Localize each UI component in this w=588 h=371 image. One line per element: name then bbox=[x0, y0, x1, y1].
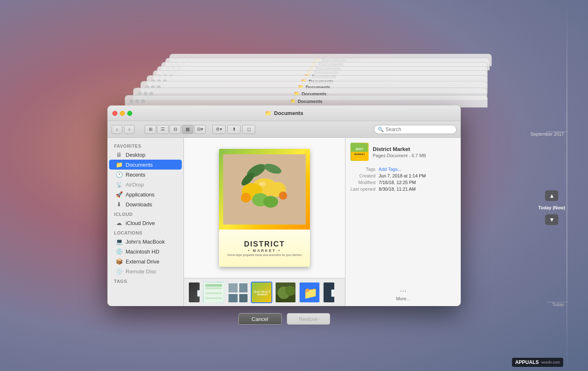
sidebar-item-johns-macbook[interactable]: 💻 John's MacBook bbox=[109, 237, 182, 247]
back-icon: ‹ bbox=[116, 127, 118, 132]
preview-title: DISTRICT bbox=[244, 240, 285, 249]
johns-macbook-icon: 💻 bbox=[116, 238, 122, 245]
svg-point-27 bbox=[285, 286, 295, 296]
sidebar-label-remote-disc: Remote Disc bbox=[126, 268, 156, 275]
tag-icon: ◻ bbox=[247, 127, 251, 132]
thumbnail-photo[interactable] bbox=[275, 282, 296, 303]
sidebar-item-macintosh-hd[interactable]: 💿 Macintosh HD bbox=[109, 247, 182, 256]
bottom-bar: Cancel Restore bbox=[107, 308, 461, 330]
macintosh-hd-icon: 💿 bbox=[116, 248, 122, 255]
thumbnail-dark[interactable]: 📄 bbox=[323, 282, 335, 303]
tags-header: Tags bbox=[107, 276, 183, 285]
maximize-button[interactable] bbox=[127, 111, 132, 116]
gear-icon: ⚙▾ bbox=[216, 127, 222, 132]
thumbnail-market[interactable]: DISTRICT MARKET bbox=[251, 282, 272, 303]
share-button[interactable]: ⬆ bbox=[227, 125, 240, 134]
more-dots-icon: ··· bbox=[400, 286, 407, 295]
preview-image: DISTRICT • MARKET • Home-style prepared … bbox=[219, 149, 310, 267]
sidebar-item-recents[interactable]: 🕐 Recents bbox=[109, 170, 182, 180]
today-now-section: ▲ Today (Now) ▼ bbox=[538, 190, 565, 225]
timeline-bar bbox=[567, 0, 567, 371]
more-button[interactable]: ··· More... bbox=[350, 286, 456, 301]
created-value: Jun 7, 2018 at 1:14 PM bbox=[379, 173, 456, 178]
view-group-button[interactable]: ⊟▾ bbox=[194, 125, 206, 134]
view-cover-button[interactable]: ▦ bbox=[182, 125, 193, 134]
svg-rect-14 bbox=[205, 287, 222, 289]
thumbnail-spreadsheet[interactable] bbox=[203, 282, 224, 303]
stacked-window-title-9: 📁 Documents bbox=[125, 96, 487, 104]
forward-button[interactable]: › bbox=[124, 125, 135, 134]
sidebar-item-icloud-drive[interactable]: ☁ iCloud Drive bbox=[109, 218, 182, 228]
view-column-icon: ⊟ bbox=[174, 127, 177, 132]
desktop-icon: 🖥 bbox=[116, 151, 122, 158]
file-thumbnail: DIST MARKET bbox=[350, 143, 369, 161]
title-folder-icon: 📁 bbox=[265, 110, 271, 116]
search-input[interactable] bbox=[386, 127, 453, 132]
view-buttons: ⊞ ☰ ⊟ ▦ ⊟▾ bbox=[145, 125, 206, 134]
sidebar-item-external-drive[interactable]: 📦 External Drive bbox=[109, 256, 182, 266]
view-column-button[interactable]: ⊟ bbox=[169, 125, 181, 134]
today-now-label: Today (Now) bbox=[538, 205, 565, 210]
thumbnail-partial[interactable]: 📄 bbox=[188, 282, 200, 303]
thumbnail-photo-grid[interactable] bbox=[227, 282, 248, 303]
close-button[interactable] bbox=[112, 111, 117, 116]
search-icon: 🔍 bbox=[378, 127, 384, 132]
sidebar-label-documents: Documents bbox=[126, 162, 153, 168]
back-button[interactable]: ‹ bbox=[112, 125, 122, 134]
sidebar-label-icloud-drive: iCloud Drive bbox=[126, 220, 155, 226]
svg-point-11 bbox=[259, 182, 266, 186]
search-box[interactable]: 🔍 bbox=[374, 125, 457, 134]
sidebar-label-recents: Recents bbox=[126, 172, 145, 178]
watermark: APPUALS wsxdn.com bbox=[512, 358, 563, 367]
watermark-sub: wsxdn.com bbox=[541, 360, 560, 364]
add-tags-value[interactable]: Add Tags... bbox=[379, 167, 456, 172]
remote-disc-icon: 💿 bbox=[116, 268, 122, 275]
thumbnail-folder[interactable]: 📁 bbox=[299, 282, 320, 303]
svg-point-9 bbox=[241, 193, 251, 203]
action-button[interactable]: ⚙▾ bbox=[212, 125, 226, 134]
svg-rect-20 bbox=[229, 283, 238, 292]
view-cover-icon: ▦ bbox=[186, 127, 190, 132]
file-info-panel: DIST MARKET District Market Pages Docume… bbox=[345, 138, 461, 306]
cancel-button[interactable]: Cancel bbox=[238, 313, 282, 325]
file-title-info: District Market Pages Document - 6.7 MB bbox=[373, 146, 456, 158]
window-title: 📁 Documents bbox=[265, 110, 303, 116]
sidebar-item-documents[interactable]: 📁 Documents bbox=[109, 160, 182, 170]
sidebar-item-downloads[interactable]: ⬇ Downloads bbox=[109, 199, 182, 209]
file-name: District Market bbox=[373, 146, 456, 152]
locations-header: Locations bbox=[107, 228, 183, 237]
svg-rect-23 bbox=[239, 294, 248, 303]
icloud-header: iCloud bbox=[107, 209, 183, 218]
preview-image-container: DISTRICT • MARKET • Home-style prepared … bbox=[184, 138, 345, 278]
view-icon-button[interactable]: ⊞ bbox=[145, 125, 156, 134]
timeline-down-button[interactable]: ▼ bbox=[545, 214, 558, 225]
svg-rect-15 bbox=[205, 290, 222, 292]
file-browser: DISTRICT • MARKET • Home-style prepared … bbox=[184, 138, 461, 306]
traffic-lights bbox=[112, 111, 132, 116]
svg-rect-17 bbox=[205, 295, 222, 297]
sidebar-item-desktop[interactable]: 🖥 Desktop bbox=[109, 150, 182, 160]
svg-rect-18 bbox=[205, 297, 222, 299]
file-subtitle: Pages Document - 6.7 MB bbox=[373, 153, 456, 158]
recents-icon: 🕐 bbox=[116, 171, 122, 178]
documents-icon: 📁 bbox=[116, 161, 122, 168]
restore-button[interactable]: Restore bbox=[287, 313, 330, 325]
sidebar-label-airdrop: AirDrop bbox=[126, 182, 144, 188]
preview-image-bottom: DISTRICT • MARKET • Home-style prepared … bbox=[219, 230, 310, 267]
view-list-button[interactable]: ☰ bbox=[157, 125, 169, 134]
applications-icon: 🚀 bbox=[116, 191, 122, 198]
minimize-button[interactable] bbox=[120, 111, 125, 116]
forward-icon: › bbox=[129, 127, 130, 132]
sidebar-item-airdrop[interactable]: 📡 AirDrop bbox=[109, 180, 182, 189]
tag-button[interactable]: ◻ bbox=[242, 125, 255, 134]
timeline-up-button[interactable]: ▲ bbox=[545, 190, 558, 201]
sidebar-item-applications[interactable]: 🚀 Applications bbox=[109, 189, 182, 199]
sidebar-label-macintosh-hd: Macintosh HD bbox=[126, 249, 159, 255]
window-body: Favorites 🖥 Desktop 📁 Documents 🕐 Recent… bbox=[107, 138, 461, 306]
svg-rect-13 bbox=[205, 284, 222, 287]
sidebar-item-remote-disc[interactable]: 💿 Remote Disc bbox=[109, 266, 182, 276]
view-group-icon: ⊟▾ bbox=[197, 127, 203, 132]
thumbnail-strip: 📄 bbox=[184, 278, 345, 306]
svg-text:MARKET: MARKET bbox=[354, 153, 365, 156]
file-thumb-svg: DIST MARKET bbox=[351, 144, 368, 160]
